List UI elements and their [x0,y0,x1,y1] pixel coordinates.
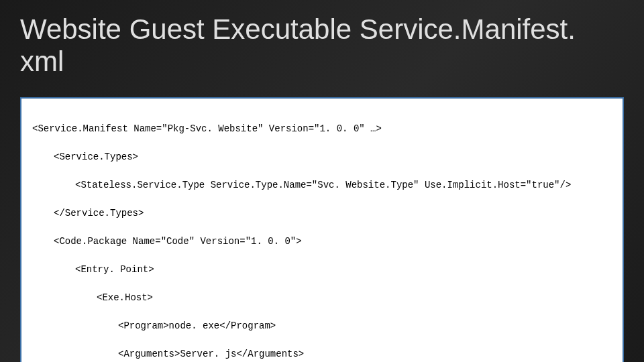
code-block: <Service.Manifest Name="Pkg-Svc. Website… [20,97,624,362]
code-line: <Code.Package Name="Code" Version="1. 0.… [32,235,612,249]
slide-title: Website Guest Executable Service.Manifes… [20,13,624,78]
code-line: <Stateless.Service.Type Service.Type.Nam… [32,178,612,192]
code-line: <Exe.Host> [32,291,612,305]
code-line: <Program>node. exe</Program> [32,319,612,333]
code-line: </Service.Types> [32,206,612,221]
code-line: <Service.Types> [32,150,612,164]
code-line: <Entry. Point> [32,263,612,277]
code-line: <Arguments>Server. js</Arguments> [32,347,612,361]
code-line: <Service.Manifest Name="Pkg-Svc. Website… [32,122,612,136]
